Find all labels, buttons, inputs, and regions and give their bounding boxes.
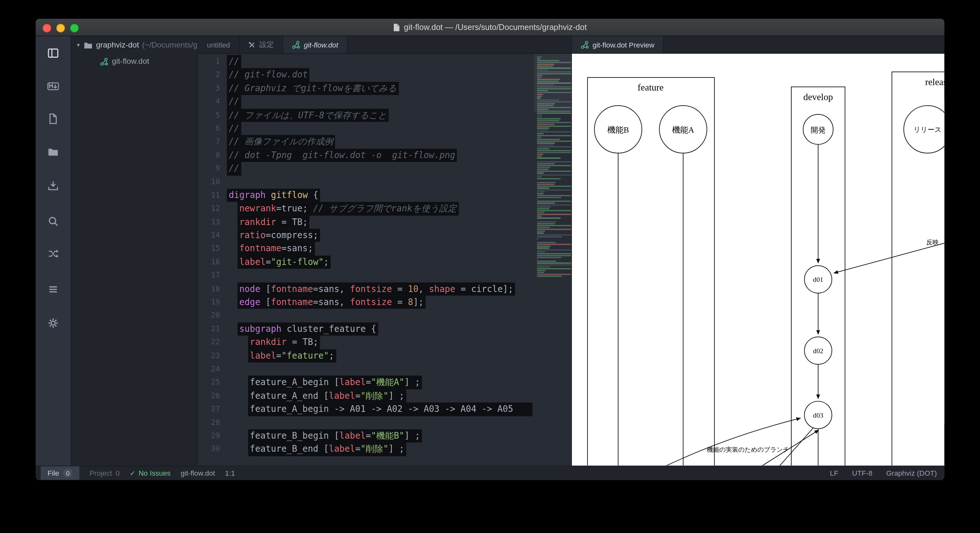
dock-list-button[interactable]	[36, 282, 71, 297]
line-number: 6	[198, 122, 227, 135]
minimap-line	[537, 189, 571, 191]
status-project-issues[interactable]: Project 0	[89, 469, 120, 477]
line-number: 11	[198, 189, 227, 202]
minimap-line	[537, 184, 554, 185]
code-line[interactable]: 21subgraph cluster_feature {	[198, 322, 571, 336]
code-line[interactable]: 9//	[198, 162, 571, 175]
graphviz-preview[interactable]: feature develop release	[572, 54, 944, 466]
status-line-ending[interactable]: LF	[830, 469, 838, 477]
line-number: 3	[198, 82, 227, 95]
minimap-line	[537, 116, 542, 118]
minimap-line	[537, 129, 548, 131]
minimap-line	[537, 213, 571, 215]
minimap-line	[537, 120, 560, 121]
line-number: 12	[198, 202, 227, 215]
dock-folder-button[interactable]	[36, 145, 71, 159]
minimize-button[interactable]	[56, 24, 65, 32]
code-line[interactable]: 11digraph gitflow {	[198, 189, 571, 202]
line-number: 16	[198, 256, 227, 269]
code-line[interactable]: 14ratio=compress;	[198, 229, 571, 242]
line-number: 26	[198, 389, 227, 403]
code-line[interactable]: 26feature_A_end [label="削除"] ;	[198, 389, 571, 403]
tree-file-label: git-flow.dot	[112, 57, 149, 65]
code-line[interactable]: 8// dot -Tpng git-flow.dot -o git-flow.p…	[198, 148, 571, 162]
code-line[interactable]: 22rankdir = TB;	[198, 336, 571, 349]
status-no-issues[interactable]: ✓ No Issues	[130, 469, 170, 477]
code-line[interactable]: 10	[198, 175, 571, 189]
minimap-line	[537, 255, 571, 256]
minimap-line	[537, 244, 571, 245]
minimap-line	[537, 197, 561, 198]
text-editor[interactable]: 1//2// git-flow.dot3// Graphviz でgit-flo…	[198, 54, 571, 466]
minimap-line	[537, 231, 545, 232]
tab-settings[interactable]: 設定	[239, 37, 283, 53]
tab-gitflow[interactable]: git-flow.dot	[283, 37, 347, 53]
search-icon	[47, 215, 59, 227]
minimap-line	[537, 245, 550, 247]
code-line[interactable]: 29feature_B_begin [label="機能B"] ;	[198, 430, 571, 443]
tree-file-gitflow[interactable]: git-flow.dot	[71, 54, 197, 69]
code-line[interactable]: 24	[198, 363, 571, 376]
code-line[interactable]: 16label="git-flow";	[198, 256, 571, 269]
code-line[interactable]: 1//	[198, 55, 571, 68]
code-line[interactable]: 15fontname=sans;	[198, 242, 571, 256]
code-line[interactable]: 17	[198, 269, 571, 282]
status-encoding[interactable]: UTF-8	[852, 469, 873, 477]
dock-search-button[interactable]	[36, 213, 71, 229]
minimap[interactable]	[534, 54, 571, 466]
tree-project-row[interactable]: ▾ graphviz-dot (~/Documents/g	[71, 37, 197, 54]
graphviz-file-icon	[581, 40, 589, 48]
code-line[interactable]: 27feature_A_begin -> A01 -> A02 -> A03 -…	[198, 403, 571, 416]
dock-panes-button[interactable]	[36, 46, 71, 60]
tab-preview[interactable]: git-flow.dot Preview	[572, 37, 664, 53]
line-number: 2	[198, 68, 227, 82]
zoom-button[interactable]	[70, 24, 79, 32]
minimap-line	[537, 113, 571, 114]
status-grammar[interactable]: Graphviz (DOT)	[886, 469, 937, 477]
code-line[interactable]: 28	[198, 416, 571, 430]
minimap-line	[537, 126, 571, 127]
dock-shuffle-button[interactable]	[36, 246, 71, 261]
code-line[interactable]: 13rankdir = TB;	[198, 215, 571, 229]
code-line[interactable]: 6//	[198, 122, 571, 135]
minimap-visible-region[interactable]	[534, 54, 571, 111]
minimap-line	[537, 163, 555, 164]
code-line[interactable]: 20	[198, 309, 571, 322]
status-filename: git-flow.dot	[180, 469, 215, 477]
close-button[interactable]	[42, 24, 51, 32]
code-line[interactable]: 3// Graphviz でgit-flowを書いてみる	[198, 82, 571, 95]
code-line[interactable]: 4//	[198, 95, 571, 108]
code-line[interactable]: 7// 画像ファイルの作成例	[198, 135, 571, 148]
status-cursor-position[interactable]: 1:1	[225, 469, 235, 477]
dock-file-button[interactable]	[36, 111, 71, 126]
minimap-line	[537, 158, 560, 159]
tree-view: ▾ graphviz-dot (~/Documents/g git-flow.d…	[71, 37, 198, 466]
code-line[interactable]: 25feature_A_begin [label="機能A"] ;	[198, 376, 571, 389]
minimap-line	[537, 174, 571, 176]
code-line[interactable]: 18node [fontname=sans, fontsize = 10, sh…	[198, 282, 571, 296]
code-line[interactable]: 23label="feature";	[198, 349, 571, 363]
code-line[interactable]: 30feature_B_end [label="削除"] ;	[198, 443, 571, 456]
dock-install-button[interactable]	[36, 178, 71, 193]
minimap-line	[537, 146, 571, 148]
dock-settings-button[interactable]	[36, 316, 71, 331]
minimap-line	[537, 225, 571, 226]
code-line[interactable]: 19edge [fontname=sans, fontsize = 8];	[198, 296, 571, 309]
status-file-issues[interactable]: File 0	[40, 466, 80, 480]
dock-markdown-button[interactable]	[36, 79, 71, 94]
tab-untitled[interactable]: untitled	[198, 37, 239, 53]
minimap-line	[537, 264, 571, 266]
minimap-line	[537, 178, 560, 180]
line-number: 5	[198, 108, 227, 122]
code-line[interactable]: 5// ファイルは、UTF-8で保存すること	[198, 108, 571, 122]
code-line[interactable]: 2// git-flow.dot	[198, 68, 571, 82]
project-name: graphviz-dot	[96, 40, 139, 49]
code-line[interactable]: 12newrank=true; // サブグラフ間でrankを使う設定	[198, 202, 571, 215]
minimap-line	[537, 210, 571, 212]
status-bar: File 0 Project 0 ✓ No Issues git-flow.do…	[36, 466, 945, 480]
minimap-line	[537, 270, 546, 271]
minimap-line	[537, 232, 544, 234]
line-number: 20	[198, 309, 227, 322]
folder-icon	[47, 146, 59, 158]
minimap-line	[537, 193, 544, 194]
